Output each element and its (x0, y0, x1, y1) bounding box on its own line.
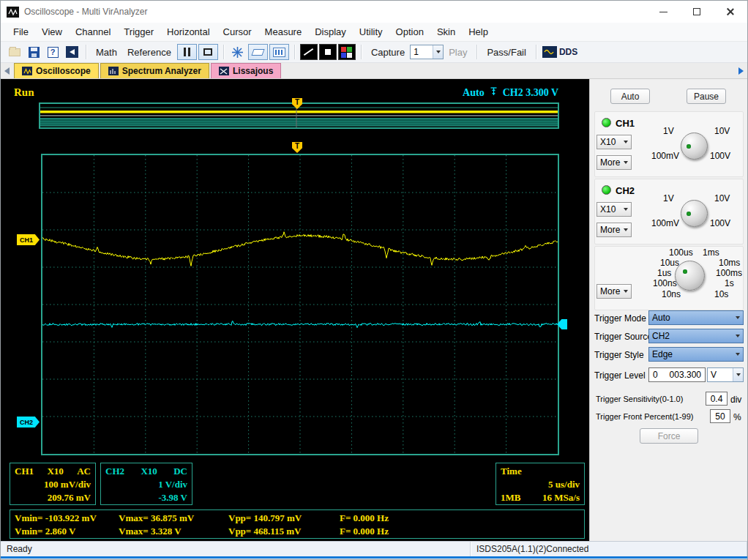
pause-button[interactable]: Pause (687, 89, 726, 104)
menu-utility[interactable]: Utility (353, 23, 389, 40)
trigger-level-unit-select[interactable]: V (707, 367, 744, 382)
minimize-icon (659, 12, 667, 12)
ch1-enable-led[interactable] (602, 118, 611, 127)
tab-label: Lissajous (233, 66, 273, 76)
help-button[interactable]: ? (44, 43, 61, 61)
trigger-style-value: Edge (652, 349, 673, 359)
ch2-flag-label: CH2 (20, 419, 33, 426)
colors-icon (341, 47, 352, 58)
trigger-time-marker[interactable]: T (292, 142, 302, 153)
eraser-icon (251, 49, 264, 56)
menu-view[interactable]: View (35, 23, 69, 40)
tab-oscilloscope[interactable]: Oscilloscope (14, 63, 99, 78)
crosshair-button[interactable] (229, 43, 247, 61)
menu-option[interactable]: Option (389, 23, 430, 40)
measurement-value: Vpp= 140.797 mV (228, 512, 340, 525)
capture-count-select[interactable]: 1 (410, 45, 444, 59)
menu-horizontal[interactable]: Horizontal (160, 23, 217, 40)
dropdown-button[interactable] (433, 45, 443, 59)
tb-label-1ms: 1ms (703, 247, 719, 258)
menu-display[interactable]: Display (308, 23, 353, 40)
waveform-plot (42, 155, 558, 454)
trigger-front-percent-unit: % (733, 412, 741, 422)
ch2-knob-label-10v: 10V (714, 193, 730, 204)
save-button[interactable] (25, 43, 42, 61)
counter-button[interactable] (269, 44, 289, 60)
auto-button[interactable]: Auto (610, 89, 650, 104)
memory-depth: 1MB (501, 491, 520, 504)
ch2-enable-led[interactable] (602, 185, 611, 195)
trigger-source-select[interactable]: CH2 (648, 329, 744, 343)
menu-measure[interactable]: Measure (258, 23, 309, 40)
erase-button[interactable] (248, 44, 268, 60)
force-button[interactable]: Force (640, 428, 698, 444)
tab-spectrum-analyzer[interactable]: Spectrum Analyzer (100, 63, 209, 78)
passfail-button[interactable]: Pass/Fail (482, 45, 531, 60)
ch2-position-marker[interactable]: CH2 (17, 417, 40, 428)
status-device: ISDS205A(1.1)(2)Connected (476, 544, 588, 554)
menu-skin[interactable]: Skin (430, 23, 462, 40)
tab-scroll-right[interactable] (738, 67, 744, 75)
maximize-icon (693, 8, 700, 15)
ch1-more-select[interactable]: More (596, 155, 632, 170)
ch1-position-marker[interactable]: CH1 (17, 234, 40, 245)
minimize-button[interactable] (646, 1, 680, 23)
close-button[interactable] (714, 1, 747, 23)
stop-icon (325, 49, 331, 55)
trigger-readout-group: Auto CH2 3.300 V (463, 86, 558, 99)
ch1-waveform (42, 232, 558, 266)
trigger-level-unit: V (708, 370, 733, 380)
close-icon (726, 7, 735, 16)
chevron-down-icon (624, 208, 628, 211)
ch2-name: CH2 (105, 465, 124, 478)
help-icon: ? (48, 47, 59, 58)
ch2-label: CH2 (616, 185, 635, 196)
window-title: Oscilloscope - Multi VirAnalyzer (24, 7, 646, 17)
open-button[interactable] (6, 43, 23, 61)
split-view-button[interactable] (177, 44, 197, 60)
timebase-more-label: More (600, 286, 620, 296)
overview-traces (40, 104, 558, 127)
graticule (41, 154, 559, 455)
sample-rate: 16 MSa/s (542, 491, 580, 504)
trigger-mode-select[interactable]: Auto (648, 310, 744, 325)
measurement-value: Vmin= 2.860 V (15, 525, 119, 538)
menu-file[interactable]: File (7, 23, 35, 40)
trigger-level-input[interactable]: 0 003.300 (648, 367, 706, 382)
line-style-button[interactable] (300, 44, 318, 60)
menu-cursor[interactable]: Cursor (217, 23, 258, 40)
menu-help[interactable]: Help (462, 23, 495, 40)
color-scheme-button[interactable] (338, 44, 356, 60)
trigger-sensitivity-input[interactable]: 0.4 (706, 392, 728, 406)
dds-button[interactable]: DDS (542, 43, 578, 61)
menu-trigger[interactable]: Trigger (117, 23, 160, 40)
chevron-down-icon (736, 353, 740, 356)
ch2-volts-knob[interactable] (681, 200, 708, 227)
back-button[interactable] (63, 43, 81, 61)
chevron-down-icon (624, 161, 628, 164)
tab-lissajous[interactable]: Lissajous (211, 63, 281, 78)
timebase-more-select[interactable]: More (596, 284, 632, 299)
ch2-more-select[interactable]: More (596, 223, 632, 237)
stop-button[interactable] (319, 44, 337, 60)
tab-scroll-left[interactable] (4, 67, 10, 75)
dds-label: DDS (559, 47, 577, 57)
ch2-info-box: CH2 X10 DC 1 V/div -3.98 V (100, 463, 192, 505)
ch1-volts-knob[interactable] (681, 132, 708, 160)
ch1-knob-label-10v: 10V (714, 126, 730, 136)
dropdown-button[interactable] (733, 368, 743, 381)
ch1-probe-select[interactable]: X10 (596, 135, 632, 149)
ch1-scale: 100 mV/div (15, 478, 91, 491)
tb-label-100ms: 100ms (716, 268, 742, 278)
single-view-button[interactable] (198, 44, 218, 60)
trigger-sensitivity-unit: div (730, 395, 741, 405)
trigger-style-select[interactable]: Edge (648, 347, 744, 362)
ch2-probe-select[interactable]: X10 (596, 202, 632, 217)
maximize-button[interactable] (680, 1, 714, 23)
timebase-knob[interactable] (675, 261, 705, 291)
trigger-front-percent-input[interactable]: 50 (710, 409, 730, 423)
reference-button[interactable]: Reference (122, 45, 176, 60)
math-button[interactable]: Math (91, 45, 122, 60)
play-button[interactable]: Play (444, 45, 472, 60)
menu-channel[interactable]: Channel (69, 23, 117, 40)
